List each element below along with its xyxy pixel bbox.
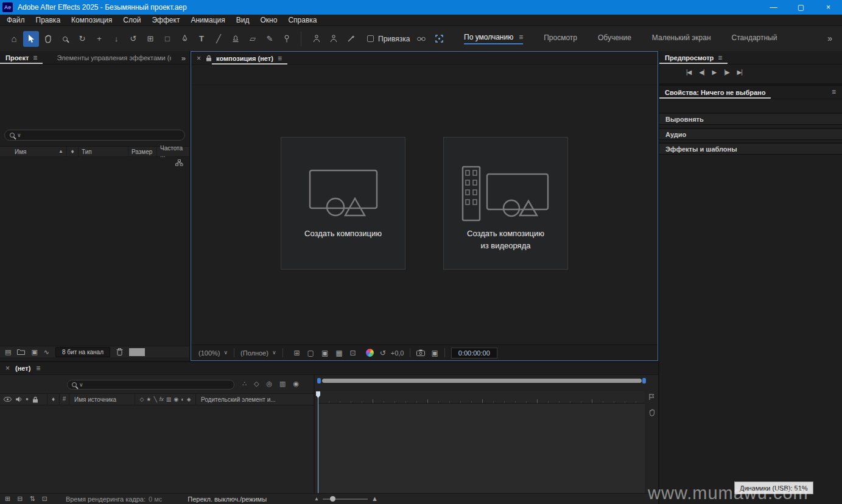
region-of-interest-icon[interactable]: ▣ bbox=[321, 349, 328, 357]
play-button[interactable]: ▶ bbox=[712, 69, 717, 75]
frame-blend-toggle-icon[interactable]: ▥ bbox=[279, 380, 286, 387]
brush-tool[interactable]: ╱ bbox=[211, 31, 226, 47]
rectangle-tool[interactable]: □ bbox=[160, 31, 175, 47]
frame-blend-icon[interactable]: ▥ bbox=[166, 397, 172, 402]
menu-animation[interactable]: Анимация bbox=[185, 16, 230, 24]
tab-preview[interactable]: Предпросмотр ≡ bbox=[659, 51, 728, 64]
extra-tool-2[interactable] bbox=[326, 31, 342, 47]
zoom-slider-thumb[interactable] bbox=[330, 496, 335, 502]
label-column[interactable]: ♦ bbox=[47, 394, 60, 405]
timeline-search-input[interactable]: ∨ bbox=[67, 380, 234, 390]
clone-stamp-tool[interactable] bbox=[228, 31, 244, 47]
transparency-grid-icon[interactable]: ▦ bbox=[335, 349, 342, 357]
mask-visibility-icon[interactable]: ▢ bbox=[307, 349, 314, 357]
delete-button[interactable] bbox=[116, 348, 123, 355]
show-snapshot-icon[interactable]: ▣ bbox=[431, 349, 438, 357]
roto-brush-tool[interactable]: ✎ bbox=[262, 31, 278, 47]
choose-grid-icon[interactable]: ⊞ bbox=[294, 349, 300, 357]
tab-align[interactable]: Выровнять bbox=[659, 114, 842, 125]
solo-icon[interactable]: ● bbox=[26, 397, 29, 402]
extra-tool-1[interactable] bbox=[309, 31, 325, 47]
channel-color-icon[interactable] bbox=[366, 349, 374, 357]
new-composition-icon[interactable]: ▣ bbox=[31, 349, 37, 355]
reset-exposure-icon[interactable]: ↺ bbox=[380, 349, 386, 357]
tab-effects-presets[interactable]: Эффекты и шаблоны bbox=[659, 144, 842, 155]
menu-edit[interactable]: Правка bbox=[30, 16, 66, 24]
next-frame-button[interactable]: |▶ bbox=[724, 69, 729, 75]
hand-tool[interactable] bbox=[40, 31, 56, 47]
timecode-display[interactable]: 0:00:00:00 bbox=[451, 348, 497, 359]
tab-timeline-label[interactable]: (нет) bbox=[15, 365, 30, 372]
menu-view[interactable]: Вид bbox=[231, 16, 255, 24]
workspace-learn[interactable]: Обучение bbox=[598, 33, 631, 44]
home-button[interactable]: ⌂ bbox=[6, 31, 22, 47]
zoom-out-mountain-icon[interactable]: ▲ bbox=[314, 497, 319, 502]
fx-icon[interactable]: fx bbox=[160, 396, 164, 402]
collapse-transformations-icon[interactable]: ★ bbox=[146, 397, 151, 402]
exposure-value[interactable]: +0,0 bbox=[391, 349, 404, 357]
menu-composition[interactable]: Композиция bbox=[66, 16, 118, 24]
number-column[interactable]: # bbox=[60, 394, 69, 405]
timeline-track-area[interactable] bbox=[318, 404, 645, 493]
menu-window[interactable]: Окно bbox=[254, 16, 282, 24]
new-composition-button[interactable]: Создать композицию bbox=[281, 137, 405, 270]
motion-blur-toggle-icon[interactable]: ◉ bbox=[293, 380, 299, 387]
project-flowchart-button[interactable] bbox=[175, 159, 183, 166]
bit-depth-button[interactable]: 8 бит на канал bbox=[55, 347, 110, 357]
pan-behind-tool[interactable]: ⊞ bbox=[142, 31, 158, 47]
zoom-slider-track[interactable] bbox=[323, 499, 368, 500]
eraser-tool[interactable]: ▱ bbox=[245, 31, 261, 47]
toggle-switches-modes-button[interactable]: Перекл. выключ./режимы bbox=[188, 495, 267, 503]
audio-speaker-icon[interactable] bbox=[15, 396, 22, 402]
audio-waveform-icon[interactable]: ∿ bbox=[44, 349, 49, 355]
workspace-small-screen[interactable]: Маленький экран bbox=[652, 33, 711, 44]
maximize-button[interactable]: ▢ bbox=[787, 0, 815, 15]
zoom-tool[interactable] bbox=[57, 31, 73, 47]
motion-blur-icon[interactable]: ◉ bbox=[174, 397, 178, 402]
menu-layer[interactable]: Слой bbox=[118, 16, 146, 24]
pan-camera-tool[interactable]: + bbox=[91, 31, 107, 47]
panel-menu-icon[interactable]: ≡ bbox=[278, 55, 282, 62]
workspace-review[interactable]: Просмотр bbox=[544, 33, 577, 44]
column-rate[interactable]: Частота ... bbox=[157, 147, 189, 156]
magnification-select[interactable]: (100%) ∨ bbox=[198, 349, 228, 357]
lock-icon[interactable] bbox=[32, 396, 38, 403]
panel-menu-icon[interactable]: ≡ bbox=[718, 54, 722, 61]
puppet-pin-tool[interactable] bbox=[279, 31, 295, 47]
tab-composition[interactable]: композиция (нет) ≡ bbox=[212, 52, 287, 65]
source-name-column[interactable]: Имя источника bbox=[69, 394, 135, 405]
column-type[interactable]: Тип bbox=[79, 147, 128, 156]
playhead-line[interactable] bbox=[318, 391, 318, 493]
panel-menu-icon[interactable]: ≡ bbox=[36, 365, 40, 372]
rotation-tool[interactable]: ↺ bbox=[125, 31, 141, 47]
time-navigator-start-handle[interactable] bbox=[317, 378, 321, 383]
snap-features-button[interactable] bbox=[433, 31, 445, 47]
panel-menu-icon[interactable]: ≡ bbox=[832, 88, 836, 96]
tab-project[interactable]: Проект ≡ bbox=[0, 51, 43, 64]
column-name[interactable]: Имя ▲ bbox=[0, 147, 67, 156]
menu-effect[interactable]: Эффект bbox=[146, 16, 185, 24]
dolly-camera-tool[interactable]: ↓ bbox=[108, 31, 124, 47]
time-navigator-end-handle[interactable] bbox=[642, 378, 646, 383]
time-navigator[interactable] bbox=[322, 379, 642, 383]
time-ruler[interactable] bbox=[318, 391, 645, 404]
selection-tool[interactable] bbox=[23, 31, 39, 47]
av-features-icon[interactable]: ⊡ bbox=[42, 495, 47, 502]
minimize-button[interactable]: — bbox=[760, 0, 787, 15]
pen-tool[interactable] bbox=[177, 31, 192, 47]
close-tab-icon[interactable]: × bbox=[5, 365, 10, 372]
lock-toggle[interactable] bbox=[206, 55, 212, 61]
extra-tool-3[interactable] bbox=[343, 31, 359, 47]
tab-effect-controls[interactable]: Элементы управления эффектами (нет bbox=[51, 51, 177, 64]
video-eye-icon[interactable] bbox=[4, 397, 12, 402]
go-to-end-button[interactable]: ▶| bbox=[737, 69, 742, 75]
zoom-in-mountain-icon[interactable]: ▲ bbox=[371, 495, 378, 502]
workspace-menu-icon[interactable]: ≡ bbox=[519, 33, 523, 41]
type-tool[interactable]: T bbox=[194, 31, 209, 47]
close-tab-icon[interactable]: × bbox=[197, 55, 201, 62]
guides-icon[interactable]: ⊡ bbox=[350, 349, 356, 357]
resolution-select[interactable]: (Полное) ∨ bbox=[240, 349, 276, 357]
shy-toggle-icon[interactable]: ◎ bbox=[266, 380, 272, 387]
snapshot-button[interactable] bbox=[416, 349, 425, 356]
orbit-camera-tool[interactable]: ↻ bbox=[74, 31, 90, 47]
